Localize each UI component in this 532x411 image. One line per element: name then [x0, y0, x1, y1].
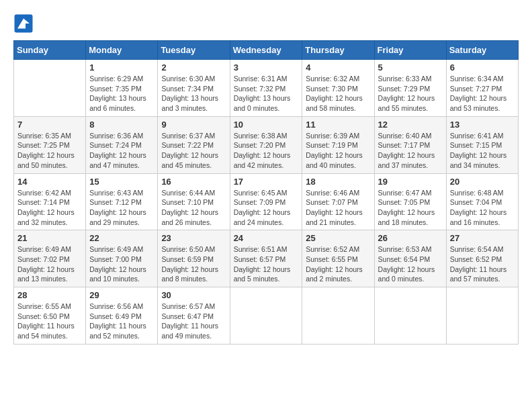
day-info: Sunrise: 6:39 AM Sunset: 7:19 PM Dayligh…: [306, 131, 370, 171]
day-cell: 5Sunrise: 6:33 AM Sunset: 7:29 PM Daylig…: [374, 60, 446, 117]
day-number: 10: [234, 120, 299, 130]
day-number: 22: [89, 233, 154, 243]
day-info: Sunrise: 6:37 AM Sunset: 7:22 PM Dayligh…: [161, 131, 226, 171]
day-info: Sunrise: 6:50 AM Sunset: 6:59 PM Dayligh…: [161, 244, 226, 284]
day-cell: 7Sunrise: 6:35 AM Sunset: 7:25 PM Daylig…: [14, 116, 86, 173]
day-cell: [302, 287, 374, 345]
day-number: 1: [89, 62, 154, 73]
day-cell: 24Sunrise: 6:51 AM Sunset: 6:57 PM Dayli…: [230, 230, 302, 287]
day-cell: 9Sunrise: 6:37 AM Sunset: 7:22 PM Daylig…: [158, 116, 230, 173]
day-cell: 20Sunrise: 6:48 AM Sunset: 7:04 PM Dayli…: [446, 173, 518, 230]
day-cell: 15Sunrise: 6:43 AM Sunset: 7:12 PM Dayli…: [86, 173, 158, 230]
day-cell: 19Sunrise: 6:47 AM Sunset: 7:05 PM Dayli…: [374, 173, 446, 230]
day-cell: 27Sunrise: 6:54 AM Sunset: 6:52 PM Dayli…: [446, 230, 518, 287]
header-wednesday: Wednesday: [230, 41, 302, 60]
day-number: 5: [378, 62, 443, 73]
header-tuesday: Tuesday: [158, 41, 230, 60]
day-cell: 25Sunrise: 6:52 AM Sunset: 6:55 PM Dayli…: [302, 230, 374, 287]
day-cell: 17Sunrise: 6:45 AM Sunset: 7:09 PM Dayli…: [230, 173, 302, 230]
day-cell: 14Sunrise: 6:42 AM Sunset: 7:14 PM Dayli…: [14, 173, 86, 230]
day-number: 30: [161, 290, 226, 300]
logo: [13, 13, 35, 34]
page-header: [13, 13, 519, 34]
week-row-2: 7Sunrise: 6:35 AM Sunset: 7:25 PM Daylig…: [14, 116, 519, 173]
day-info: Sunrise: 6:41 AM Sunset: 7:15 PM Dayligh…: [450, 131, 515, 171]
day-number: 2: [161, 62, 226, 73]
day-info: Sunrise: 6:38 AM Sunset: 7:20 PM Dayligh…: [234, 131, 299, 171]
day-cell: 3Sunrise: 6:31 AM Sunset: 7:32 PM Daylig…: [230, 60, 302, 117]
day-number: 23: [161, 233, 226, 243]
day-cell: 23Sunrise: 6:50 AM Sunset: 6:59 PM Dayli…: [158, 230, 230, 287]
day-info: Sunrise: 6:54 AM Sunset: 6:52 PM Dayligh…: [450, 244, 515, 284]
day-info: Sunrise: 6:49 AM Sunset: 7:02 PM Dayligh…: [17, 244, 82, 284]
day-number: 18: [306, 177, 370, 187]
day-number: 15: [89, 177, 154, 187]
day-info: Sunrise: 6:57 AM Sunset: 6:47 PM Dayligh…: [161, 302, 226, 341]
day-info: Sunrise: 6:53 AM Sunset: 6:54 PM Dayligh…: [378, 244, 443, 284]
day-number: 7: [17, 120, 82, 130]
day-cell: 30Sunrise: 6:57 AM Sunset: 6:47 PM Dayli…: [158, 287, 230, 345]
day-cell: 28Sunrise: 6:55 AM Sunset: 6:50 PM Dayli…: [14, 287, 86, 345]
day-number: 20: [450, 177, 515, 187]
day-info: Sunrise: 6:31 AM Sunset: 7:32 PM Dayligh…: [234, 74, 299, 113]
day-number: 28: [17, 290, 82, 300]
day-cell: 13Sunrise: 6:41 AM Sunset: 7:15 PM Dayli…: [446, 116, 518, 173]
day-number: 25: [306, 233, 370, 243]
day-info: Sunrise: 6:43 AM Sunset: 7:12 PM Dayligh…: [89, 188, 154, 228]
day-number: 27: [450, 233, 515, 243]
day-number: 21: [17, 233, 82, 243]
day-info: Sunrise: 6:46 AM Sunset: 7:07 PM Dayligh…: [306, 188, 370, 228]
day-info: Sunrise: 6:51 AM Sunset: 6:57 PM Dayligh…: [234, 244, 299, 284]
week-row-4: 21Sunrise: 6:49 AM Sunset: 7:02 PM Dayli…: [14, 230, 519, 287]
header-sunday: Sunday: [14, 41, 86, 60]
day-number: 8: [89, 120, 154, 130]
day-info: Sunrise: 6:40 AM Sunset: 7:17 PM Dayligh…: [378, 131, 443, 171]
day-cell: 29Sunrise: 6:56 AM Sunset: 6:49 PM Dayli…: [86, 287, 158, 345]
day-cell: 4Sunrise: 6:32 AM Sunset: 7:30 PM Daylig…: [302, 60, 374, 117]
day-number: 3: [234, 62, 299, 73]
day-cell: 10Sunrise: 6:38 AM Sunset: 7:20 PM Dayli…: [230, 116, 302, 173]
day-info: Sunrise: 6:45 AM Sunset: 7:09 PM Dayligh…: [234, 188, 299, 228]
day-cell: [14, 60, 86, 117]
day-number: 4: [306, 62, 370, 73]
day-info: Sunrise: 6:29 AM Sunset: 7:35 PM Dayligh…: [89, 74, 154, 113]
day-number: 9: [161, 120, 226, 130]
logo-icon: [13, 13, 34, 34]
day-info: Sunrise: 6:35 AM Sunset: 7:25 PM Dayligh…: [17, 131, 82, 171]
day-info: Sunrise: 6:34 AM Sunset: 7:27 PM Dayligh…: [450, 74, 515, 113]
day-info: Sunrise: 6:56 AM Sunset: 6:49 PM Dayligh…: [89, 302, 154, 341]
day-cell: [446, 287, 518, 345]
day-cell: 6Sunrise: 6:34 AM Sunset: 7:27 PM Daylig…: [446, 60, 518, 117]
day-info: Sunrise: 6:44 AM Sunset: 7:10 PM Dayligh…: [161, 188, 226, 228]
day-cell: 26Sunrise: 6:53 AM Sunset: 6:54 PM Dayli…: [374, 230, 446, 287]
week-row-1: 1Sunrise: 6:29 AM Sunset: 7:35 PM Daylig…: [14, 60, 519, 117]
day-number: 6: [450, 62, 515, 73]
day-info: Sunrise: 6:49 AM Sunset: 7:00 PM Dayligh…: [89, 244, 154, 284]
day-info: Sunrise: 6:52 AM Sunset: 6:55 PM Dayligh…: [306, 244, 370, 284]
day-number: 16: [161, 177, 226, 187]
day-number: 11: [306, 120, 370, 130]
day-number: 19: [378, 177, 443, 187]
day-cell: 16Sunrise: 6:44 AM Sunset: 7:10 PM Dayli…: [158, 173, 230, 230]
day-info: Sunrise: 6:32 AM Sunset: 7:30 PM Dayligh…: [306, 74, 370, 113]
header-friday: Friday: [374, 41, 446, 60]
week-row-3: 14Sunrise: 6:42 AM Sunset: 7:14 PM Dayli…: [14, 173, 519, 230]
day-info: Sunrise: 6:42 AM Sunset: 7:14 PM Dayligh…: [17, 188, 82, 228]
day-info: Sunrise: 6:55 AM Sunset: 6:50 PM Dayligh…: [17, 302, 82, 341]
header-saturday: Saturday: [446, 41, 518, 60]
day-cell: 2Sunrise: 6:30 AM Sunset: 7:34 PM Daylig…: [158, 60, 230, 117]
day-number: 24: [234, 233, 299, 243]
day-cell: 12Sunrise: 6:40 AM Sunset: 7:17 PM Dayli…: [374, 116, 446, 173]
day-cell: 11Sunrise: 6:39 AM Sunset: 7:19 PM Dayli…: [302, 116, 374, 173]
day-cell: [230, 287, 302, 345]
day-number: 13: [450, 120, 515, 130]
calendar-table: SundayMondayTuesdayWednesdayThursdayFrid…: [13, 40, 519, 345]
day-number: 14: [17, 177, 82, 187]
header-thursday: Thursday: [302, 41, 374, 60]
header-row: SundayMondayTuesdayWednesdayThursdayFrid…: [14, 41, 519, 60]
day-info: Sunrise: 6:47 AM Sunset: 7:05 PM Dayligh…: [378, 188, 443, 228]
day-cell: 22Sunrise: 6:49 AM Sunset: 7:00 PM Dayli…: [86, 230, 158, 287]
week-row-5: 28Sunrise: 6:55 AM Sunset: 6:50 PM Dayli…: [14, 287, 519, 345]
day-cell: 1Sunrise: 6:29 AM Sunset: 7:35 PM Daylig…: [86, 60, 158, 117]
day-cell: 8Sunrise: 6:36 AM Sunset: 7:24 PM Daylig…: [86, 116, 158, 173]
